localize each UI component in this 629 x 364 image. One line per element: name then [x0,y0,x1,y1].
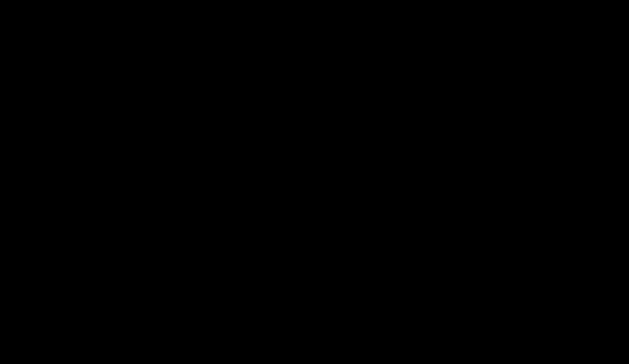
cad-scene-canvas[interactable] [0,0,629,364]
grid-fade-overlay [0,0,629,364]
window-edge-bottom [0,361,629,364]
window-edge-left [0,0,1,364]
3d-viewport[interactable] [0,0,629,364]
